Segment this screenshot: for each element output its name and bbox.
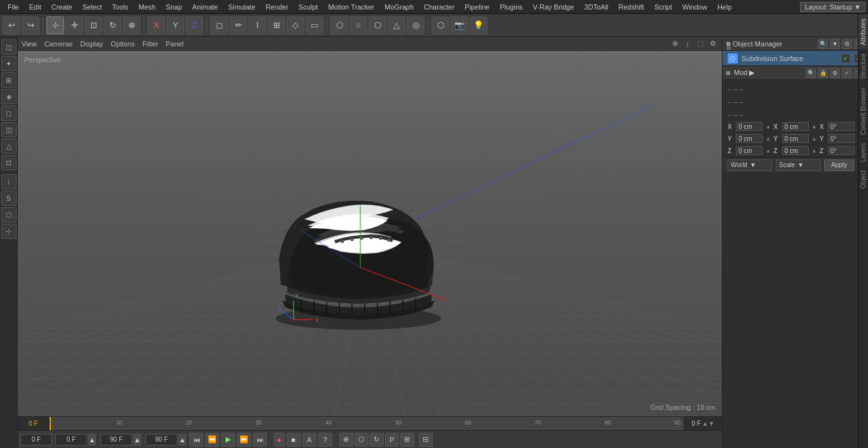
playback-icon-5[interactable]: ⊞ (400, 433, 414, 447)
select-tool[interactable]: ⊹ (46, 17, 64, 34)
go-to-end-btn[interactable]: ⏭ (253, 433, 267, 447)
step-back-btn[interactable]: ⏪ (205, 433, 219, 447)
y-pos-arrow[interactable]: ▲ (765, 135, 771, 142)
playback-icon-2[interactable]: ⬡ (355, 433, 369, 447)
left-tool-7[interactable]: △ (1, 139, 17, 154)
help-btn[interactable]: ? (318, 433, 332, 447)
object-row[interactable]: ⬡ Subdivision Surface ✓ ✓ (722, 51, 868, 66)
menu-simulate[interactable]: Simulate (223, 2, 261, 12)
menu-select[interactable]: Select (78, 2, 107, 12)
end-frame-expand-2[interactable]: ▲ (179, 434, 186, 445)
viewport-settings-icon[interactable]: ⚙ (708, 39, 718, 49)
object-mode-btn[interactable]: ◻ (210, 17, 228, 34)
menu-pipeline[interactable]: Pipeline (459, 2, 494, 12)
y-scale-field[interactable]: 0 cm (782, 134, 809, 143)
x-rot-field[interactable]: 0° (828, 122, 855, 131)
viewport-view-menu[interactable]: View (22, 40, 37, 48)
timeline-end-expand[interactable]: ▲▼ (702, 420, 715, 427)
menu-file[interactable]: File (3, 2, 24, 12)
layout-dropdown[interactable]: Layout: Startup ▼ (800, 2, 865, 12)
menu-mesh[interactable]: Mesh (133, 2, 161, 12)
left-tool-10[interactable]: S (1, 191, 17, 206)
camera-btn[interactable]: 📷 (451, 17, 468, 34)
left-tool-8[interactable]: ⊡ (1, 155, 17, 170)
y-scale-arrow[interactable]: ▲ (811, 135, 817, 142)
sphere-primitive[interactable]: ○ (349, 17, 367, 34)
menu-plugins[interactable]: Plugins (494, 2, 527, 12)
viewport-options-menu[interactable]: Options (111, 40, 135, 48)
playback-icon-3[interactable]: ↻ (370, 433, 384, 447)
menu-tools[interactable]: Tools (107, 2, 133, 12)
end-frame-expand-1[interactable]: ▲ (133, 434, 141, 445)
redo-button[interactable]: ↪ (22, 17, 39, 34)
z-scale-arrow[interactable]: ▲ (811, 147, 817, 154)
record-btn[interactable]: ● (274, 433, 285, 447)
menu-character[interactable]: Character (419, 2, 459, 12)
left-tool-11[interactable]: ⬡ (1, 207, 17, 222)
panel-filter-btn[interactable]: ▼ (830, 39, 840, 49)
menu-render[interactable]: Render (261, 2, 294, 12)
viewport-3d[interactable]: X Y Z Perspective Grid Spacing : 10 cm (18, 51, 722, 416)
left-tool-3[interactable]: ⊞ (1, 72, 17, 88)
attr-lock-btn[interactable]: 🔒 (818, 68, 828, 78)
z-scale-field[interactable]: 0 cm (782, 146, 809, 155)
menu-create[interactable]: Create (46, 2, 78, 12)
end-frame-field-1[interactable]: 90 F (100, 434, 132, 445)
left-tool-5[interactable]: ◻ (1, 105, 17, 121)
viewport-expand-icon[interactable]: ↕ (682, 39, 693, 49)
vtab-object[interactable]: Object (858, 166, 868, 193)
camera-tool[interactable]: ▭ (306, 17, 323, 34)
array-tool[interactable]: ⊞ (268, 17, 285, 34)
play-btn[interactable]: ▶ (221, 433, 235, 447)
deformer-tool[interactable]: ◇ (287, 17, 304, 34)
playback-icon-4[interactable]: P (385, 433, 399, 447)
panel-settings-btn[interactable]: ⚙ (842, 39, 852, 49)
layout-toggle[interactable]: ⊟ (419, 433, 433, 447)
current-frame-field[interactable]: 0 F (20, 434, 52, 445)
transform-tool[interactable]: ⊕ (123, 17, 140, 34)
apply-button[interactable]: Apply (824, 160, 854, 171)
left-tool-4[interactable]: ◈ (1, 89, 17, 104)
x-pos-field[interactable]: 0 cm (736, 122, 763, 131)
viewport-display-menu[interactable]: Display (80, 40, 103, 48)
z-pos-field[interactable]: 0 cm (736, 146, 763, 155)
menu-sculpt[interactable]: Sculpt (294, 2, 323, 12)
step-forward-btn[interactable]: ⏩ (237, 433, 251, 447)
menu-animate[interactable]: Animate (187, 2, 223, 12)
vtab-structure[interactable]: Structure (858, 49, 868, 83)
z-rot-field[interactable]: 0° (828, 146, 855, 155)
left-tool-2[interactable]: ✦ (1, 56, 17, 71)
playback-icon-1[interactable]: ⊕ (339, 433, 353, 447)
viewport-lock-icon[interactable]: ⊕ (670, 39, 680, 49)
cylinder-primitive[interactable]: ⬡ (369, 17, 386, 34)
viewport-panel-menu[interactable]: Panel (166, 40, 184, 48)
left-tool-12[interactable]: ⊹ (1, 224, 17, 239)
menu-edit[interactable]: Edit (24, 2, 46, 12)
vtab-content-browser[interactable]: Content Browser (858, 83, 868, 139)
menu-help[interactable]: Help (712, 2, 737, 12)
left-tool-1[interactable]: ◫ (1, 39, 17, 55)
timeline[interactable]: 0 F 0 10 20 30 40 50 60 70 80 90 0 F ▲▼ (18, 416, 722, 430)
vtab-attributes[interactable]: Attributes (858, 14, 868, 49)
torus-primitive[interactable]: ◎ (407, 17, 424, 34)
z-pos-arrow[interactable]: ▲ (765, 147, 771, 154)
rotate-tool[interactable]: ↻ (104, 17, 121, 34)
menu-window[interactable]: Window (677, 2, 712, 12)
end-frame-field-2[interactable]: 90 F (146, 434, 177, 445)
viewport-filter-menu[interactable]: Filter (142, 40, 158, 48)
light-btn[interactable]: 💡 (470, 17, 487, 34)
viewport-fullscreen-icon[interactable]: ⬚ (695, 39, 705, 49)
stop-btn[interactable]: ■ (287, 433, 301, 447)
y-pos-field[interactable]: 0 cm (736, 134, 763, 143)
left-tool-9[interactable]: ↕ (1, 174, 17, 189)
poly-tools[interactable]: ⬡ (431, 17, 449, 34)
x-pos-arrow[interactable]: ▲ (765, 123, 771, 130)
menu-snap[interactable]: Snap (161, 2, 187, 12)
menu-script[interactable]: Script (649, 2, 677, 12)
auto-key-btn[interactable]: A (302, 433, 316, 447)
start-frame-field[interactable]: 0 F (55, 434, 87, 445)
panel-search-btn[interactable]: 🔍 (818, 39, 828, 49)
scale-dropdown[interactable]: Scale ▼ (776, 160, 820, 171)
z-axis-btn[interactable]: Z (186, 17, 203, 34)
y-rot-field[interactable]: 0° (828, 134, 855, 143)
